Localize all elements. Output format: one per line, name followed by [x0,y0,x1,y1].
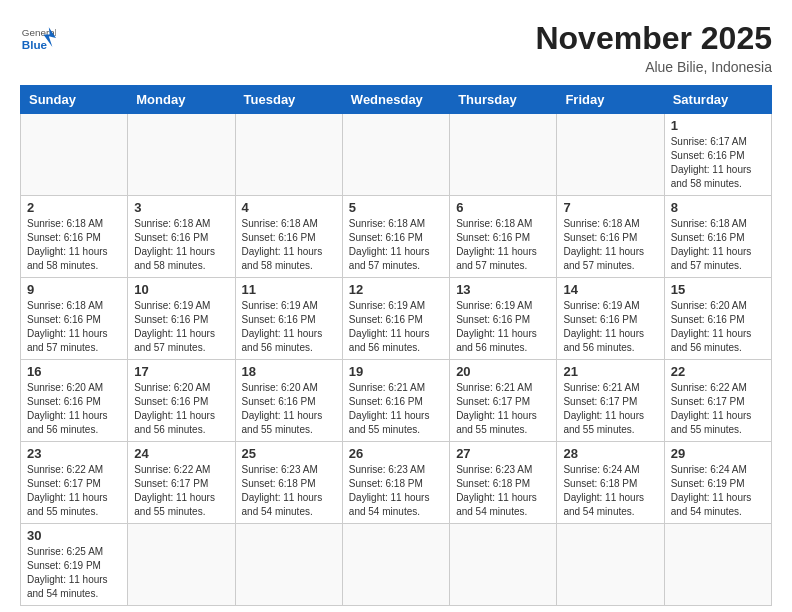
calendar-cell: 15Sunrise: 6:20 AM Sunset: 6:16 PM Dayli… [664,278,771,360]
day-number: 6 [456,200,550,215]
calendar-cell [450,114,557,196]
calendar-cell: 22Sunrise: 6:22 AM Sunset: 6:17 PM Dayli… [664,360,771,442]
calendar-cell: 30Sunrise: 6:25 AM Sunset: 6:19 PM Dayli… [21,524,128,606]
calendar-cell: 9Sunrise: 6:18 AM Sunset: 6:16 PM Daylig… [21,278,128,360]
calendar-cell: 6Sunrise: 6:18 AM Sunset: 6:16 PM Daylig… [450,196,557,278]
calendar-cell: 21Sunrise: 6:21 AM Sunset: 6:17 PM Dayli… [557,360,664,442]
day-number: 2 [27,200,121,215]
calendar-cell [128,524,235,606]
day-info: Sunrise: 6:20 AM Sunset: 6:16 PM Dayligh… [27,381,121,437]
calendar-cell: 14Sunrise: 6:19 AM Sunset: 6:16 PM Dayli… [557,278,664,360]
calendar-cell: 7Sunrise: 6:18 AM Sunset: 6:16 PM Daylig… [557,196,664,278]
day-number: 16 [27,364,121,379]
weekday-header-thursday: Thursday [450,86,557,114]
day-info: Sunrise: 6:19 AM Sunset: 6:16 PM Dayligh… [134,299,228,355]
calendar-cell: 20Sunrise: 6:21 AM Sunset: 6:17 PM Dayli… [450,360,557,442]
day-number: 10 [134,282,228,297]
calendar-table: SundayMondayTuesdayWednesdayThursdayFrid… [20,85,772,606]
weekday-header-row: SundayMondayTuesdayWednesdayThursdayFrid… [21,86,772,114]
calendar-cell: 24Sunrise: 6:22 AM Sunset: 6:17 PM Dayli… [128,442,235,524]
day-number: 1 [671,118,765,133]
day-info: Sunrise: 6:18 AM Sunset: 6:16 PM Dayligh… [242,217,336,273]
day-number: 27 [456,446,550,461]
calendar-cell: 16Sunrise: 6:20 AM Sunset: 6:16 PM Dayli… [21,360,128,442]
month-title: November 2025 [535,20,772,57]
day-number: 18 [242,364,336,379]
calendar-cell [557,114,664,196]
day-info: Sunrise: 6:18 AM Sunset: 6:16 PM Dayligh… [27,299,121,355]
weekday-header-wednesday: Wednesday [342,86,449,114]
calendar-cell [450,524,557,606]
day-info: Sunrise: 6:24 AM Sunset: 6:18 PM Dayligh… [563,463,657,519]
calendar-week-2: 2Sunrise: 6:18 AM Sunset: 6:16 PM Daylig… [21,196,772,278]
day-info: Sunrise: 6:24 AM Sunset: 6:19 PM Dayligh… [671,463,765,519]
calendar-week-5: 23Sunrise: 6:22 AM Sunset: 6:17 PM Dayli… [21,442,772,524]
weekday-header-tuesday: Tuesday [235,86,342,114]
calendar-cell: 19Sunrise: 6:21 AM Sunset: 6:16 PM Dayli… [342,360,449,442]
day-number: 3 [134,200,228,215]
day-number: 19 [349,364,443,379]
calendar-cell [664,524,771,606]
day-number: 12 [349,282,443,297]
day-info: Sunrise: 6:18 AM Sunset: 6:16 PM Dayligh… [563,217,657,273]
logo: General Blue [20,20,56,56]
day-number: 29 [671,446,765,461]
day-number: 17 [134,364,228,379]
day-number: 28 [563,446,657,461]
calendar-week-4: 16Sunrise: 6:20 AM Sunset: 6:16 PM Dayli… [21,360,772,442]
calendar-week-3: 9Sunrise: 6:18 AM Sunset: 6:16 PM Daylig… [21,278,772,360]
day-number: 22 [671,364,765,379]
day-info: Sunrise: 6:18 AM Sunset: 6:16 PM Dayligh… [456,217,550,273]
weekday-header-saturday: Saturday [664,86,771,114]
day-number: 24 [134,446,228,461]
day-number: 15 [671,282,765,297]
day-info: Sunrise: 6:25 AM Sunset: 6:19 PM Dayligh… [27,545,121,601]
calendar-cell: 18Sunrise: 6:20 AM Sunset: 6:16 PM Dayli… [235,360,342,442]
calendar-cell: 4Sunrise: 6:18 AM Sunset: 6:16 PM Daylig… [235,196,342,278]
calendar-cell: 11Sunrise: 6:19 AM Sunset: 6:16 PM Dayli… [235,278,342,360]
day-number: 14 [563,282,657,297]
day-info: Sunrise: 6:18 AM Sunset: 6:16 PM Dayligh… [349,217,443,273]
day-info: Sunrise: 6:17 AM Sunset: 6:16 PM Dayligh… [671,135,765,191]
location-subtitle: Alue Bilie, Indonesia [535,59,772,75]
day-number: 8 [671,200,765,215]
calendar-cell: 3Sunrise: 6:18 AM Sunset: 6:16 PM Daylig… [128,196,235,278]
day-number: 4 [242,200,336,215]
day-info: Sunrise: 6:19 AM Sunset: 6:16 PM Dayligh… [456,299,550,355]
day-info: Sunrise: 6:19 AM Sunset: 6:16 PM Dayligh… [349,299,443,355]
calendar-cell: 28Sunrise: 6:24 AM Sunset: 6:18 PM Dayli… [557,442,664,524]
calendar-cell [342,524,449,606]
day-info: Sunrise: 6:19 AM Sunset: 6:16 PM Dayligh… [563,299,657,355]
weekday-header-sunday: Sunday [21,86,128,114]
day-info: Sunrise: 6:18 AM Sunset: 6:16 PM Dayligh… [671,217,765,273]
day-number: 30 [27,528,121,543]
day-info: Sunrise: 6:20 AM Sunset: 6:16 PM Dayligh… [671,299,765,355]
day-number: 7 [563,200,657,215]
day-number: 20 [456,364,550,379]
calendar-cell: 13Sunrise: 6:19 AM Sunset: 6:16 PM Dayli… [450,278,557,360]
day-info: Sunrise: 6:20 AM Sunset: 6:16 PM Dayligh… [134,381,228,437]
calendar-cell: 26Sunrise: 6:23 AM Sunset: 6:18 PM Dayli… [342,442,449,524]
day-info: Sunrise: 6:21 AM Sunset: 6:16 PM Dayligh… [349,381,443,437]
day-number: 5 [349,200,443,215]
calendar-cell [235,524,342,606]
day-info: Sunrise: 6:21 AM Sunset: 6:17 PM Dayligh… [563,381,657,437]
calendar-cell [235,114,342,196]
calendar-cell: 1Sunrise: 6:17 AM Sunset: 6:16 PM Daylig… [664,114,771,196]
day-number: 26 [349,446,443,461]
day-info: Sunrise: 6:18 AM Sunset: 6:16 PM Dayligh… [27,217,121,273]
day-info: Sunrise: 6:22 AM Sunset: 6:17 PM Dayligh… [27,463,121,519]
day-number: 21 [563,364,657,379]
day-info: Sunrise: 6:23 AM Sunset: 6:18 PM Dayligh… [242,463,336,519]
logo-icon: General Blue [20,20,56,56]
day-info: Sunrise: 6:22 AM Sunset: 6:17 PM Dayligh… [134,463,228,519]
calendar-cell: 17Sunrise: 6:20 AM Sunset: 6:16 PM Dayli… [128,360,235,442]
calendar-cell: 29Sunrise: 6:24 AM Sunset: 6:19 PM Dayli… [664,442,771,524]
calendar-week-6: 30Sunrise: 6:25 AM Sunset: 6:19 PM Dayli… [21,524,772,606]
calendar-cell [557,524,664,606]
calendar-cell: 2Sunrise: 6:18 AM Sunset: 6:16 PM Daylig… [21,196,128,278]
calendar-cell: 23Sunrise: 6:22 AM Sunset: 6:17 PM Dayli… [21,442,128,524]
day-info: Sunrise: 6:19 AM Sunset: 6:16 PM Dayligh… [242,299,336,355]
calendar-cell: 8Sunrise: 6:18 AM Sunset: 6:16 PM Daylig… [664,196,771,278]
svg-text:Blue: Blue [22,38,48,51]
